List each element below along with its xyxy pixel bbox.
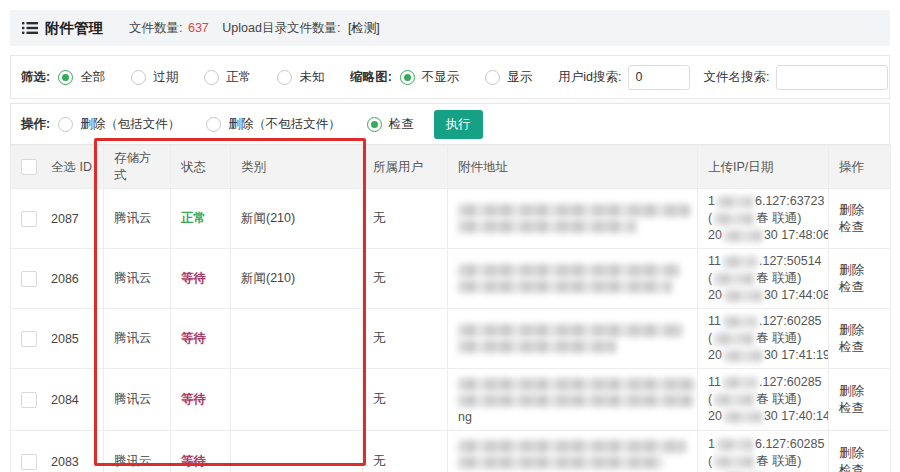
cell-category: 新闻(210) <box>231 249 363 309</box>
delete-link[interactable]: 删除 <box>839 203 864 217</box>
blurred-address-line <box>458 456 663 469</box>
ip-date-line: (春 联通) <box>708 210 818 227</box>
cell-category <box>231 369 363 431</box>
row-checkbox[interactable] <box>21 331 37 347</box>
cell-ip-date: 11.127:60285(春 联通)2030 17:40:14 <box>698 369 829 431</box>
cell-status: 等待 <box>171 249 231 309</box>
radio-op-check[interactable]: 检查 <box>367 116 414 133</box>
radio-filter-unknown[interactable]: 未知 <box>277 69 324 86</box>
cell-operations: 删除检查 <box>829 369 891 431</box>
cell-address: ng <box>448 369 698 431</box>
column-header-label: 全选 ID <box>51 159 92 176</box>
ip-date-line: 11.127:60285 <box>708 313 818 330</box>
check-link[interactable]: 检查 <box>839 463 864 472</box>
status-badge: 正常 <box>181 211 206 225</box>
radio-icon <box>367 117 382 132</box>
cell-id: 2084 <box>11 369 104 431</box>
row-checkbox[interactable] <box>21 454 37 470</box>
cell-storage: 腾讯云 <box>104 369 171 431</box>
select-all-checkbox[interactable] <box>21 159 37 175</box>
cell-id: 2087 <box>11 189 104 249</box>
cell-ip-date: 16.127:63723(春 联通)2030 17:48:06 <box>698 189 829 249</box>
status-badge: 等待 <box>181 454 206 468</box>
ip-date-line: 2030 17:41:19 <box>708 347 818 364</box>
blurred-ip-segment <box>723 256 757 268</box>
cell-category <box>231 309 363 369</box>
radio-filter-all[interactable]: 全部 <box>58 69 105 86</box>
cell-owner: 无 <box>363 189 448 249</box>
cell-owner: 无 <box>363 249 448 309</box>
blurred-address-line <box>458 220 636 233</box>
file-count-value: 637 <box>188 21 209 35</box>
radio-op-delete-with-files[interactable]: 删除（包括文件） <box>58 116 180 133</box>
check-link[interactable]: 检查 <box>839 401 864 415</box>
cell-operations: 删除检查 <box>829 189 891 249</box>
delete-link[interactable]: 删除 <box>839 384 864 398</box>
row-checkbox[interactable] <box>21 271 37 287</box>
radio-filter-normal[interactable]: 正常 <box>204 69 251 86</box>
thumbnail-label: 缩略图: <box>350 69 392 86</box>
blurred-address-line <box>458 378 696 391</box>
row-id: 2086 <box>51 272 79 286</box>
row-id: 2084 <box>51 393 79 407</box>
cell-address <box>448 189 698 249</box>
column-header-3: 类别 <box>231 146 363 189</box>
row-id: 2085 <box>51 332 79 346</box>
row-checkbox[interactable] <box>21 392 37 408</box>
blurred-address-line <box>458 324 683 337</box>
filename-search-input[interactable] <box>776 65 888 90</box>
ip-date-line: (春 联通) <box>708 453 818 470</box>
ip-date-line: 11.127:60285 <box>708 374 818 391</box>
cell-storage: 腾讯云 <box>104 431 171 472</box>
detect-link[interactable]: [检测] <box>348 21 380 35</box>
ip-date-line: (春 联通) <box>708 330 818 347</box>
blurred-address-line <box>458 394 694 407</box>
check-link[interactable]: 检查 <box>839 340 864 354</box>
column-header-4: 所属用户 <box>363 146 448 189</box>
blurred-ip-segment <box>714 394 754 406</box>
delete-link[interactable]: 删除 <box>839 446 864 460</box>
cell-storage: 腾讯云 <box>104 249 171 309</box>
radio-filter-expired[interactable]: 过期 <box>131 69 178 86</box>
blurred-ip-segment <box>717 196 753 208</box>
delete-link[interactable]: 删除 <box>839 323 864 337</box>
address-tail-text: ng <box>458 410 687 425</box>
cell-operations: 删除检查 <box>829 309 891 369</box>
page-header: 附件管理 文件数量: 637 Upload目录文件数量: [检测] <box>10 10 890 46</box>
operation-bar: 操作: 删除（包括文件） 删除（不包括文件） 检查 执行 <box>10 103 890 145</box>
cell-storage: 腾讯云 <box>104 309 171 369</box>
cell-category: 新闻(210) <box>231 189 363 249</box>
cell-owner: 无 <box>363 369 448 431</box>
check-link[interactable]: 检查 <box>839 220 864 234</box>
status-badge: 等待 <box>181 331 206 345</box>
radio-op-delete-without-files[interactable]: 删除（不包括文件） <box>206 116 341 133</box>
status-badge: 等待 <box>181 271 206 285</box>
blurred-address-line <box>458 204 690 217</box>
cell-operations: 删除检查 <box>829 249 891 309</box>
execute-button[interactable]: 执行 <box>434 110 483 139</box>
cell-storage: 腾讯云 <box>104 189 171 249</box>
radio-icon <box>131 70 146 85</box>
delete-link[interactable]: 删除 <box>839 263 864 277</box>
column-header-7: 操作 <box>829 146 891 189</box>
blurred-ip-segment <box>714 333 754 345</box>
ip-date-line: 11.127:50514 <box>708 253 818 270</box>
cell-address: ng <box>448 431 698 472</box>
radio-thumb-hide[interactable]: 不显示 <box>400 69 460 86</box>
cell-id: 2086 <box>11 249 104 309</box>
blurred-address-line <box>458 340 616 353</box>
cell-status: 等待 <box>171 431 231 472</box>
check-link[interactable]: 检查 <box>839 280 864 294</box>
blurred-ip-segment <box>724 290 762 302</box>
status-badge: 等待 <box>181 392 206 406</box>
radio-thumb-show[interactable]: 显示 <box>485 69 532 86</box>
blurred-ip-segment <box>723 316 757 328</box>
attachments-table: 全选 ID存储方式状态类别所属用户附件地址上传IP/日期操作 2087腾讯云正常… <box>10 145 891 472</box>
userid-search-input[interactable] <box>628 65 690 90</box>
column-header-2: 状态 <box>171 146 231 189</box>
cell-operations: 删除检查 <box>829 431 891 472</box>
row-checkbox[interactable] <box>21 211 37 227</box>
table-row: 2086腾讯云等待新闻(210)无11.127:50514(春 联通)2030 … <box>11 249 891 309</box>
row-id: 2087 <box>51 212 79 226</box>
blurred-ip-segment <box>723 377 757 389</box>
